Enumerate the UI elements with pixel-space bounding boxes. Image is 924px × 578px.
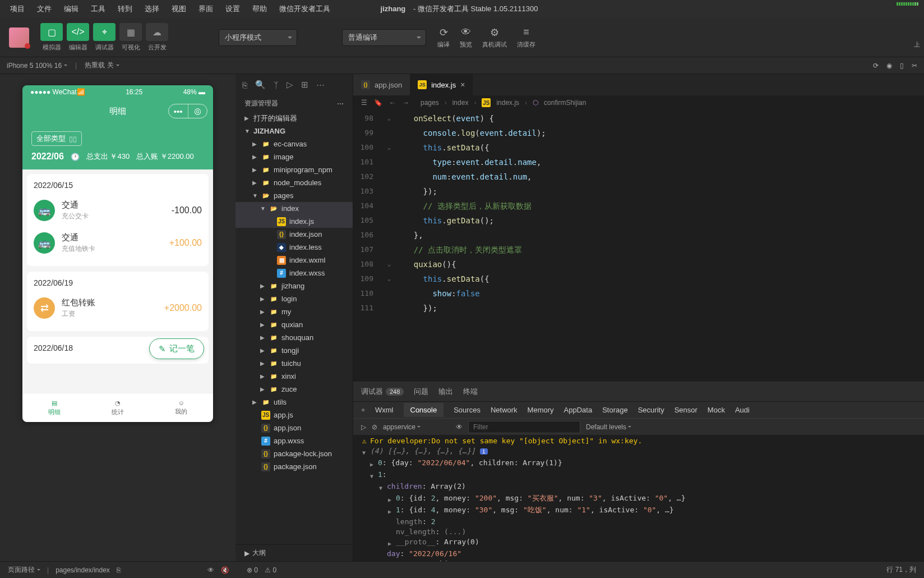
- forward-icon[interactable]: →: [403, 99, 409, 107]
- menu-edit[interactable]: 编辑: [58, 2, 84, 16]
- devtools-subtab-security[interactable]: Security: [638, 403, 664, 417]
- tree-item-zuce[interactable]: ▶📁zuce: [235, 383, 353, 396]
- tree-item-index[interactable]: ▼📂index: [235, 202, 353, 215]
- menu-file[interactable]: 文件: [31, 2, 57, 16]
- tree-item-pages[interactable]: ▼📂pages: [235, 189, 353, 202]
- editor-tab-index.js[interactable]: JS index.js×: [410, 74, 473, 95]
- bc-index[interactable]: index: [452, 99, 469, 107]
- menu-help[interactable]: 帮助: [247, 2, 272, 16]
- dt-tab-problems[interactable]: 问题: [414, 387, 428, 397]
- files-icon[interactable]: ⎘: [242, 80, 247, 90]
- menu-view[interactable]: 视图: [166, 2, 192, 16]
- menu-wechat-devtools[interactable]: 微信开发者工具: [274, 2, 336, 16]
- devtools-subtab-audi[interactable]: Audi: [735, 403, 750, 417]
- context-dropdown[interactable]: appservice: [383, 423, 450, 431]
- bookmark-icon[interactable]: 🔖: [374, 99, 382, 107]
- device-icon[interactable]: ▯: [900, 62, 904, 70]
- tree-item-utils[interactable]: ▶📁utils: [235, 396, 353, 409]
- tree-item-shouquan[interactable]: ▶📁shouquan: [235, 331, 353, 344]
- clear-icon[interactable]: ⊘: [372, 423, 377, 431]
- eye-icon[interactable]: 👁: [456, 423, 463, 431]
- device-select[interactable]: iPhone 5 100% 16: [7, 62, 67, 70]
- tree-item-image[interactable]: ▶📁image: [235, 150, 353, 163]
- visual-toggle[interactable]: ▦可视化: [119, 23, 142, 52]
- cloud-dev-button[interactable]: ☁云开发: [146, 23, 168, 52]
- levels-dropdown[interactable]: Default levels: [586, 423, 631, 431]
- compile-dropdown[interactable]: 普通编译: [342, 29, 426, 46]
- user-avatar[interactable]: [9, 27, 29, 48]
- more-actions-icon[interactable]: ⋯: [337, 100, 344, 108]
- menu-goto[interactable]: 转到: [112, 2, 138, 16]
- bc-method[interactable]: confirmShijian: [544, 99, 586, 107]
- tree-item-quxian[interactable]: ▶📁quxian: [235, 318, 353, 331]
- toggle-panel-icon[interactable]: ☰: [361, 99, 367, 107]
- devtools-subtab-wxml[interactable]: Wxml: [375, 403, 394, 417]
- dt-tab-debugger[interactable]: 调试器248: [361, 387, 404, 397]
- preview-button[interactable]: 👁预览: [460, 26, 472, 49]
- back-icon[interactable]: ←: [389, 99, 396, 107]
- menu-tools[interactable]: 工具: [85, 2, 111, 16]
- eye2-icon[interactable]: 👁: [207, 566, 214, 574]
- capsule-buttons[interactable]: •••◎: [168, 104, 207, 118]
- tree-item-app.js[interactable]: JSapp.js: [235, 409, 353, 421]
- close-tab-icon[interactable]: ×: [460, 80, 465, 89]
- devtools-subtab-sensor[interactable]: Sensor: [674, 403, 697, 417]
- code-editor[interactable]: 98⌄ onSelect(event) {99 console.log(even…: [353, 110, 924, 382]
- add-record-button[interactable]: ✎ 记一笔: [149, 338, 204, 359]
- dt-tab-output[interactable]: 输出: [438, 387, 453, 397]
- cut-icon[interactable]: ✂: [912, 62, 917, 70]
- tree-item-jizhang[interactable]: ▶📁jizhang: [235, 279, 353, 292]
- play-icon[interactable]: ▷: [361, 423, 366, 431]
- inspect-icon[interactable]: ⌖: [361, 406, 365, 415]
- copy-icon[interactable]: ⎘: [117, 566, 121, 574]
- editor-toggle[interactable]: </>编辑器: [67, 23, 89, 52]
- debugger-toggle[interactable]: ⌖调试器: [93, 23, 116, 52]
- devtools-subtab-storage[interactable]: Storage: [602, 403, 628, 417]
- devtools-subtab-mock[interactable]: Mock: [708, 403, 725, 417]
- record-item[interactable]: 🚌交通充公交卡-100.00: [34, 194, 202, 227]
- filter-input[interactable]: [468, 421, 580, 433]
- git-icon[interactable]: ᛉ: [274, 80, 279, 90]
- close-icon[interactable]: ◎: [188, 104, 207, 118]
- devtools-subtab-network[interactable]: Network: [491, 403, 518, 417]
- tree-item-index.less[interactable]: ◆index.less: [235, 241, 353, 254]
- tab-detail[interactable]: ▤明细: [22, 393, 86, 422]
- clear-cache-button[interactable]: ≡清缓存: [517, 26, 535, 49]
- devtools-subtab-appdata[interactable]: AppData: [564, 403, 593, 417]
- remote-debug-button[interactable]: ⚙真机调试: [482, 26, 507, 49]
- tree-item-package-lock.json[interactable]: {}package-lock.json: [235, 447, 353, 460]
- console-output[interactable]: ⚠For developer:Do not set same key "[obj…: [353, 435, 924, 561]
- menu-project[interactable]: 项目: [4, 2, 30, 16]
- tree-item-login[interactable]: ▶📁login: [235, 292, 353, 305]
- record-item[interactable]: ⇄红包转账工资+2000.00: [34, 292, 202, 324]
- hotreload-select[interactable]: 热重载 关: [85, 61, 119, 70]
- records-scroll[interactable]: 2022/06/15🚌交通充公交卡-100.00🚌交通充值地铁卡+100.002…: [22, 169, 213, 393]
- menu-select[interactable]: 选择: [139, 2, 165, 16]
- outline-section[interactable]: ▶大纲: [235, 544, 353, 561]
- tree-item-index.json[interactable]: {}index.json: [235, 228, 353, 241]
- refresh-icon[interactable]: ⟳: [873, 62, 879, 70]
- tree-item-miniprogram_npm[interactable]: ▶📁miniprogram_npm: [235, 163, 353, 176]
- tree-item-tuichu[interactable]: ▶📁tuichu: [235, 357, 353, 370]
- more-icon[interactable]: ⋯: [316, 80, 325, 90]
- editor-tab-app.json[interactable]: {} app.json: [353, 74, 410, 95]
- tree-item-index.wxss[interactable]: #index.wxss: [235, 267, 353, 279]
- type-filter-button[interactable]: 全部类型 ▯▯: [31, 131, 82, 146]
- simulator-toggle[interactable]: ▢模拟器: [40, 23, 63, 52]
- devtools-subtab-console[interactable]: Console: [404, 403, 444, 417]
- ext-icon[interactable]: ⊞: [301, 80, 308, 90]
- search-icon[interactable]: 🔍: [255, 80, 266, 90]
- debug-icon[interactable]: ▷: [287, 80, 293, 90]
- menu-settings[interactable]: 设置: [220, 2, 246, 16]
- bc-pages[interactable]: pages: [421, 99, 439, 107]
- tree-item-xinxi[interactable]: ▶📁xinxi: [235, 370, 353, 383]
- tree-item-index.js[interactable]: JSindex.js: [235, 215, 353, 228]
- volume-icon[interactable]: 🔇: [221, 566, 229, 574]
- project-root[interactable]: ▼JIZHANG: [235, 125, 353, 137]
- month-picker[interactable]: 2022/06: [31, 152, 64, 162]
- tab-stats[interactable]: ◔统计: [86, 393, 149, 422]
- tab-my[interactable]: ☺我的: [150, 393, 213, 422]
- tree-item-node_modules[interactable]: ▶📁node_modules: [235, 176, 353, 189]
- record-item[interactable]: 🚌交通充值地铁卡+100.00: [34, 227, 202, 259]
- tree-item-app.wxss[interactable]: #app.wxss: [235, 434, 353, 447]
